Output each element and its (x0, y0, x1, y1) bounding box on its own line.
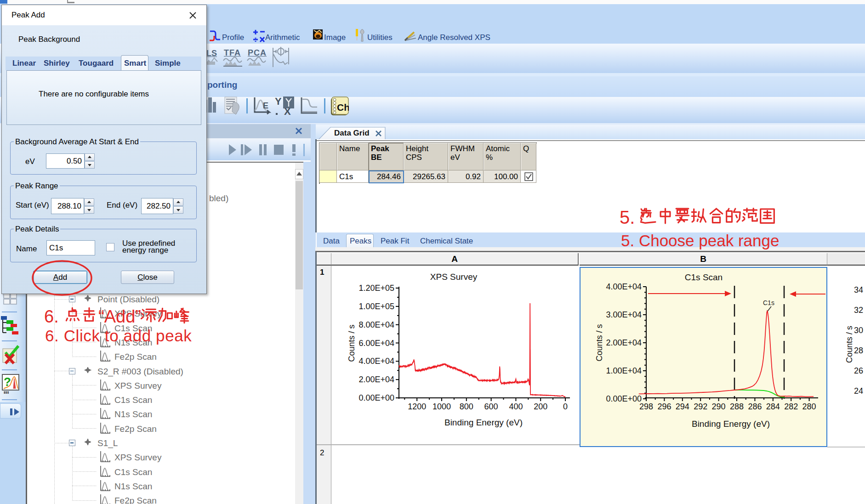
svg-text:6.: 6. (44, 307, 59, 326)
svg-text:282: 282 (784, 402, 798, 411)
svg-text:800: 800 (460, 402, 473, 411)
svg-text:290: 290 (712, 402, 726, 411)
svg-text:2.00E+04: 2.00E+04 (606, 338, 642, 347)
svg-text:1200: 1200 (408, 402, 426, 411)
svg-text:280: 280 (802, 402, 816, 411)
svg-text:6.00E+04: 6.00E+04 (359, 339, 394, 348)
svg-text:X: X (284, 106, 291, 116)
svg-text:200: 200 (534, 402, 547, 411)
svg-text:Counts / s: Counts / s (595, 324, 604, 361)
svg-text:▮▮▮: ▮▮▮ (4, 391, 9, 394)
svg-text:Y: Y (275, 96, 282, 107)
svg-text:1.00E+05: 1.00E+05 (359, 302, 394, 311)
svg-text:292: 292 (694, 402, 707, 411)
svg-text:0.00E+00: 0.00E+00 (606, 394, 642, 403)
svg-text:1.00E+04: 1.00E+04 (606, 366, 642, 375)
svg-text:294: 294 (676, 402, 689, 411)
svg-text:0.00E+00: 0.00E+00 (359, 393, 394, 402)
svg-text:2.00E+04: 2.00E+04 (359, 375, 394, 384)
svg-text:Binding Energy (eV): Binding Energy (eV) (692, 419, 770, 429)
svg-text:0: 0 (563, 402, 568, 411)
svg-text:288: 288 (730, 402, 744, 411)
svg-text:5.: 5. (620, 207, 635, 227)
svg-text:Counts / s: Counts / s (347, 324, 356, 362)
svg-text:1.20E+05: 1.20E+05 (359, 283, 394, 293)
svg-text:8.00E+04: 8.00E+04 (359, 320, 394, 329)
svg-text:296: 296 (657, 402, 671, 411)
svg-text:XPS Survey: XPS Survey (430, 272, 478, 282)
svg-text:284: 284 (766, 402, 780, 411)
svg-text:E: E (263, 101, 268, 110)
svg-text:?: ? (4, 375, 11, 389)
svg-text:286: 286 (748, 402, 762, 411)
svg-text:Binding Energy (eV): Binding Energy (eV) (444, 418, 523, 427)
svg-text:400: 400 (509, 402, 523, 411)
svg-text:C1s Scan: C1s Scan (685, 272, 723, 282)
svg-text:1000: 1000 (432, 402, 451, 411)
svg-text:600: 600 (484, 402, 498, 411)
svg-text:298: 298 (639, 402, 653, 411)
svg-text:4.00E+04: 4.00E+04 (359, 357, 394, 366)
svg-text:4.00E+04: 4.00E+04 (606, 282, 642, 291)
svg-text:Ch: Ch (337, 102, 349, 113)
svg-text:C1s: C1s (763, 299, 774, 306)
svg-text:3.00E+04: 3.00E+04 (606, 310, 642, 319)
svg-text:“Add”: “Add” (98, 307, 141, 326)
